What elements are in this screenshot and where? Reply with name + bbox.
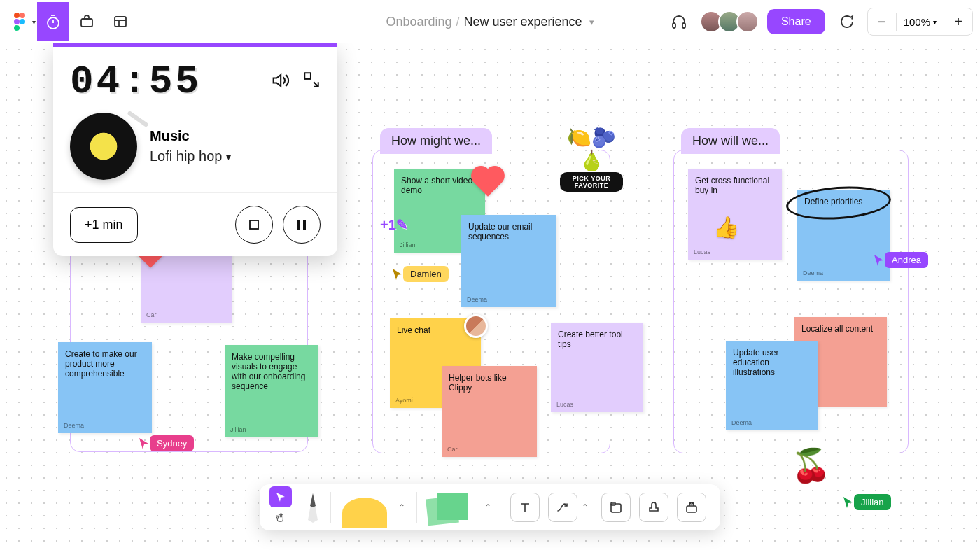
sticky-note[interactable]: Get cross functional buy in Lucas — [688, 169, 782, 260]
svg-rect-7 — [115, 17, 126, 27]
note-author: Lucas — [694, 248, 710, 255]
svg-rect-16 — [687, 506, 696, 512]
shape-tool[interactable] — [338, 491, 388, 524]
toolbox-tool[interactable] — [71, 2, 103, 41]
breadcrumb-current[interactable]: New user experience — [464, 15, 582, 29]
svg-point-3 — [20, 19, 25, 24]
stop-button[interactable] — [235, 206, 273, 244]
chevron-up-icon[interactable]: ⌃ — [394, 502, 410, 512]
pencil-tool[interactable] — [302, 489, 323, 526]
music-heading: Music — [150, 128, 231, 144]
dot-sticker[interactable] — [464, 314, 488, 338]
collaborator-avatar[interactable] — [736, 10, 759, 33]
hand-tool[interactable] — [270, 507, 292, 528]
svg-rect-10 — [304, 73, 311, 79]
chat-icon[interactable] — [834, 9, 859, 34]
note-text: Live chat — [397, 325, 430, 335]
note-text: Create to make our product more comprehe… — [65, 349, 137, 379]
note-author: Ayomi — [396, 397, 413, 404]
svg-rect-8 — [673, 23, 676, 28]
note-author: Deema — [732, 419, 752, 426]
fruit-icon: 🍋🫐🍐 — [560, 126, 623, 172]
app-menu-chevron-icon: ▾ — [32, 18, 36, 26]
note-author: Deema — [803, 269, 823, 276]
add-minute-button[interactable]: +1 min — [70, 207, 138, 243]
thumbs-up-sticker[interactable]: 👍 — [713, 215, 739, 239]
collaborator-cursor: Damien — [392, 266, 449, 282]
svg-rect-12 — [298, 220, 300, 230]
svg-rect-9 — [682, 23, 685, 28]
section-frame[interactable]: How will we... Get cross functional buy … — [673, 150, 909, 453]
headphones-icon[interactable] — [666, 9, 692, 34]
note-text: Create better tool tips — [558, 330, 623, 349]
more-tools[interactable] — [677, 493, 706, 522]
bottom-toolbar[interactable]: ⌃ ⌃ ⌃ — [260, 484, 720, 530]
cursor-label: Andrea — [892, 255, 921, 265]
pause-button[interactable] — [283, 206, 321, 244]
svg-rect-6 — [81, 19, 92, 27]
record-player-icon — [70, 113, 137, 180]
timer-tool[interactable] — [37, 2, 69, 41]
chevron-up-icon[interactable]: ⌃ — [480, 502, 496, 512]
sticky-note[interactable]: Make compelling visuals to engage with o… — [225, 345, 318, 437]
collaborator-cursor: Sydney — [139, 435, 194, 451]
svg-rect-13 — [303, 220, 306, 230]
sticky-note[interactable]: Create to make our product more comprehe… — [58, 342, 152, 433]
collaborator-cursor: Jillian — [843, 494, 891, 510]
select-tool[interactable] — [270, 486, 292, 507]
svg-point-0 — [14, 13, 20, 18]
cursor-label: Sydney — [157, 438, 187, 449]
sound-icon[interactable] — [270, 71, 290, 93]
cursor-label: Damien — [410, 269, 442, 279]
svg-rect-11 — [250, 220, 258, 229]
note-text: Make compelling visuals to engage with o… — [232, 352, 305, 391]
plus-one-sticker[interactable]: +1✎ — [380, 216, 408, 233]
collapse-icon[interactable] — [302, 71, 321, 93]
cherries-sticker[interactable]: 🍒 — [791, 446, 831, 484]
note-author: Jillian — [230, 426, 246, 433]
sticky-note[interactable]: Update our email sequences Deema — [461, 215, 556, 307]
svg-point-2 — [14, 19, 20, 24]
svg-point-4 — [14, 25, 20, 31]
zoom-in-button[interactable]: + — [944, 8, 972, 35]
connector-tool[interactable] — [548, 493, 578, 522]
chevron-up-icon[interactable]: ⌃ — [578, 502, 593, 512]
breadcrumb-parent[interactable]: Onboarding — [386, 15, 451, 29]
stamp-tool[interactable] — [639, 493, 668, 522]
note-author: Deema — [64, 422, 84, 429]
chevron-down-icon[interactable]: ▾ — [589, 17, 594, 27]
section-label[interactable]: How will we... — [681, 128, 780, 154]
sticky-note[interactable]: Create better tool tips Lucas — [551, 323, 643, 412]
zoom-value[interactable]: 100%▾ — [897, 16, 944, 28]
section-label[interactable]: How might we... — [380, 128, 492, 154]
sticky-note[interactable]: Update user education illustrations Deem… — [726, 341, 818, 430]
note-author: Jillian — [400, 241, 416, 248]
app-menu[interactable] — [7, 9, 32, 34]
timer-panel[interactable]: 04:55 Music Lofi hip hop ▾ +1 min — [53, 43, 337, 256]
note-text: Show a short video demo — [401, 176, 472, 195]
collaborator-cursor: Andrea — [874, 252, 928, 268]
sticky-note-tool[interactable] — [424, 491, 475, 524]
note-text: Get cross functional buy in — [695, 176, 769, 195]
note-author: Cari — [447, 446, 459, 453]
cursor-label: Jillian — [861, 497, 884, 507]
note-text: Update our email sequences — [468, 222, 532, 241]
note-author: Deema — [467, 296, 487, 303]
sticker-label: PICK YOUR FAVORITE — [573, 175, 610, 189]
pick-favorite-sticker[interactable]: 🍋🫐🍐 PICK YOUR FAVORITE — [560, 126, 623, 192]
section-tool[interactable] — [601, 493, 631, 522]
breadcrumb-separator: / — [456, 15, 459, 29]
note-author: Lucas — [556, 401, 573, 408]
music-select[interactable]: Lofi hip hop ▾ — [150, 148, 231, 164]
text-tool[interactable] — [510, 493, 540, 522]
share-button[interactable]: Share — [767, 9, 825, 34]
timer-display: 04:55 — [70, 59, 202, 104]
section-frame[interactable]: How might we... Show a short video demo … — [372, 150, 610, 453]
zoom-out-button[interactable]: − — [868, 8, 896, 35]
note-text: Helper bots like Clippy — [449, 373, 507, 393]
sticky-note[interactable]: Helper bots like Clippy Cari — [442, 366, 537, 457]
note-text: Localize all content — [802, 324, 873, 334]
note-author: Cari — [146, 311, 158, 318]
chevron-down-icon: ▾ — [226, 151, 231, 162]
layout-tool[interactable] — [104, 2, 136, 41]
